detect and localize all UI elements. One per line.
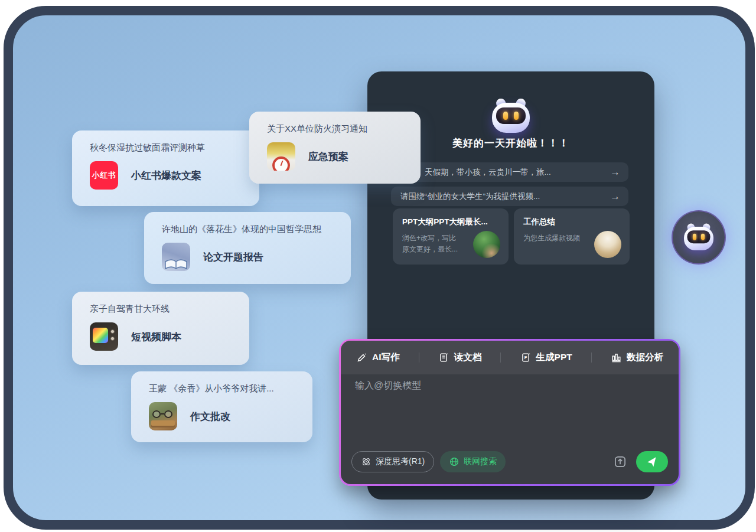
feature-card-title: 关于XX单位防火演习通知	[267, 123, 403, 135]
feature-card-essay-review[interactable]: 王蒙 《余香》从小爷爷对我讲... 作文批改	[131, 371, 312, 442]
suggestion-text: 请围绕“创业的女大学生”为我提供视频...	[391, 191, 540, 202]
web-search-toggle[interactable]: 联网搜索	[440, 451, 506, 472]
globe-icon	[449, 456, 460, 467]
retro-tv-icon	[90, 322, 118, 351]
composer-toolbar: AI写作 读文档 P	[341, 341, 679, 374]
prompt-card-ppt-outline[interactable]: PPT大纲PPT大纲最长... 润色+改写，写比 原文更好，最长...	[393, 208, 509, 265]
feature-card-title: 秋冬保湿抗过敏面霜评测种草	[90, 142, 242, 154]
deep-think-label: 深度思考(R1)	[376, 456, 425, 467]
tab-data-analysis[interactable]: 数据分析	[611, 351, 663, 364]
atom-icon	[361, 456, 372, 467]
message-input[interactable]: 输入@切换模型	[355, 380, 664, 392]
feature-card-label: 短视频脚本	[131, 330, 181, 344]
mascot-face	[496, 107, 526, 124]
assistant-floating-button[interactable]	[672, 210, 726, 265]
composer-actions: 深度思考(R1) 联网搜索	[351, 451, 668, 473]
glasses-book-icon	[149, 402, 177, 430]
baby-avatar	[594, 231, 621, 258]
feature-card-label: 应急预案	[308, 150, 348, 164]
app-frame: 美好的一天开始啦！！！ 天假期，带小孩，云贵川一带，旅... → 请围绕“创业的…	[4, 6, 755, 530]
xiaohongshu-icon: 小红书	[90, 161, 118, 190]
pencil-sparkle-icon	[356, 352, 367, 363]
mascot-eye	[693, 234, 696, 240]
feature-card-label: 作文批改	[190, 410, 230, 423]
read-doc-icon	[438, 352, 449, 363]
deep-think-toggle[interactable]: 深度思考(R1)	[351, 451, 434, 472]
suggestion-row[interactable]: 请围绕“创业的女大学生”为我提供视频... →	[391, 187, 628, 206]
feature-card-label: 论文开题报告	[203, 250, 263, 264]
prompt-card-title: PPT大纲PPT大纲最长...	[402, 217, 500, 227]
mascot-face	[687, 230, 711, 243]
robot-mascot-icon	[492, 99, 530, 134]
suggestion-row[interactable]: 天假期，带小孩，云贵川一带，旅... →	[391, 162, 628, 182]
prompt-card-title: 工作总结	[523, 217, 621, 227]
alarm-clock-icon	[267, 142, 295, 171]
tab-generate-ppt[interactable]: P 生成PPT	[520, 351, 572, 364]
tab-ai-writing[interactable]: AI写作	[356, 351, 400, 364]
composer-panel: AI写作 读文档 P	[339, 339, 680, 486]
feature-card-title: 许地山的《落花生》体现的中国哲学思想	[162, 224, 333, 235]
divider	[500, 353, 501, 363]
feature-card-thesis-proposal[interactable]: 许地山的《落花生》体现的中国哲学思想 论文开题报告	[144, 212, 351, 284]
bar-chart-icon	[611, 352, 622, 363]
feature-card-emergency-plan[interactable]: 关于XX单位防火演习通知 应急预案	[249, 112, 421, 184]
mascot-eye	[514, 112, 519, 120]
mascot-eye	[503, 112, 508, 120]
prompt-card-work-summary[interactable]: 工作总结 为您生成爆款视频	[514, 208, 630, 265]
robot-mascot-icon	[684, 224, 713, 252]
ppt-doc-icon: P	[520, 352, 532, 363]
feature-card-xiaohongshu[interactable]: 秋冬保湿抗过敏面霜评测种草 小红书 小红书爆款文案	[72, 130, 259, 206]
arrow-right-icon[interactable]: →	[610, 167, 620, 178]
feature-card-label: 小红书爆款文案	[131, 169, 201, 182]
tab-label: 生成PPT	[536, 351, 572, 364]
send-button[interactable]	[636, 451, 668, 472]
arrow-right-icon[interactable]: →	[610, 191, 620, 203]
tab-label: AI写作	[372, 351, 400, 364]
plant-avatar	[473, 231, 500, 258]
svg-text:P: P	[524, 355, 527, 360]
tab-read-doc[interactable]: 读文档	[438, 351, 482, 364]
upload-button[interactable]	[610, 452, 630, 472]
feature-card-short-video-script[interactable]: 亲子自驾青甘大环线 短视频脚本	[72, 292, 249, 365]
tab-label: 数据分析	[627, 351, 663, 364]
feature-card-title: 亲子自驾青甘大环线	[90, 303, 232, 315]
web-search-label: 联网搜索	[464, 456, 497, 467]
tab-label: 读文档	[454, 351, 482, 364]
open-book-icon	[162, 243, 190, 271]
mascot-eye	[701, 234, 705, 240]
divider	[591, 353, 592, 363]
divider	[419, 353, 419, 363]
feature-card-title: 王蒙 《余香》从小爷爷对我讲...	[149, 383, 295, 394]
